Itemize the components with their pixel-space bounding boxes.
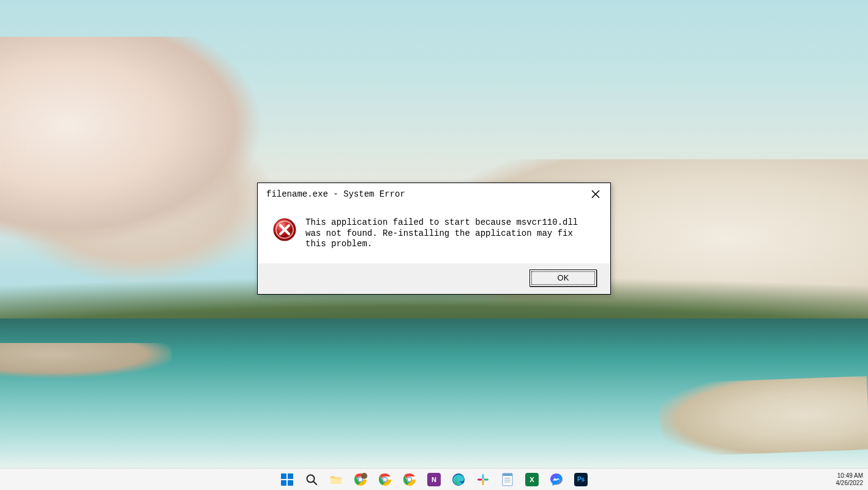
- taskbar-center-items: N: [280, 472, 588, 487]
- notepad-icon: [501, 473, 514, 486]
- system-tray-time: 10:49 AM: [837, 472, 863, 480]
- svg-point-15: [383, 477, 387, 481]
- taskbar-slack[interactable]: [476, 472, 490, 487]
- taskbar-start[interactable]: [280, 472, 294, 487]
- wallpaper-shore-left: [0, 343, 171, 380]
- taskbar-messenger[interactable]: [549, 472, 564, 487]
- taskbar-file-explorer[interactable]: [329, 472, 343, 487]
- chrome-icon: [354, 473, 367, 486]
- dialog-message: This application failed to start because…: [305, 217, 593, 250]
- dialog-title: filename.exe - System Error: [266, 189, 405, 199]
- svg-rect-20: [482, 474, 484, 479]
- taskbar-chrome-2[interactable]: [402, 472, 417, 487]
- taskbar-edge[interactable]: [451, 472, 466, 487]
- svg-rect-8: [331, 478, 342, 484]
- taskbar-excel[interactable]: X: [525, 472, 539, 487]
- system-error-dialog: filename.exe - System Error: [257, 183, 611, 295]
- taskbar-photoshop[interactable]: Ps: [574, 472, 588, 487]
- chrome-icon: [378, 473, 392, 486]
- taskbar-onenote[interactable]: N: [427, 472, 441, 487]
- messenger-icon: [550, 473, 563, 486]
- taskbar-chrome-profile[interactable]: [353, 472, 368, 487]
- close-icon: [591, 190, 600, 198]
- system-tray-date: 4/26/2022: [836, 480, 864, 487]
- excel-icon: X: [525, 473, 539, 486]
- error-icon: [272, 217, 297, 242]
- taskbar-chrome-1[interactable]: [378, 472, 392, 487]
- svg-line-7: [313, 481, 316, 484]
- close-button[interactable]: [587, 187, 604, 202]
- svg-rect-25: [503, 473, 512, 476]
- taskbar-search[interactable]: [304, 472, 319, 487]
- svg-rect-23: [477, 478, 482, 480]
- wallpaper-shore-right: [659, 376, 868, 457]
- folder-icon: [329, 473, 343, 486]
- windows-start-icon: [281, 473, 293, 486]
- slack-icon: [477, 473, 489, 486]
- taskbar-notepad[interactable]: [500, 472, 515, 487]
- onenote-icon: N: [427, 473, 441, 486]
- svg-rect-22: [482, 480, 484, 485]
- photoshop-icon: Ps: [574, 473, 588, 486]
- edge-icon: [452, 473, 465, 486]
- dialog-body: This application failed to start because…: [258, 204, 610, 263]
- system-tray[interactable]: 10:49 AM 4/26/2022: [836, 469, 864, 490]
- svg-rect-21: [484, 478, 488, 480]
- ok-button[interactable]: OK: [529, 270, 597, 287]
- svg-point-18: [408, 477, 411, 481]
- svg-point-11: [359, 477, 362, 481]
- dialog-titlebar[interactable]: filename.exe - System Error: [258, 183, 610, 204]
- chrome-icon: [403, 473, 416, 486]
- taskbar: N: [0, 468, 868, 490]
- search-icon: [305, 473, 318, 486]
- svg-point-12: [361, 473, 367, 479]
- dialog-button-row: OK: [258, 263, 610, 294]
